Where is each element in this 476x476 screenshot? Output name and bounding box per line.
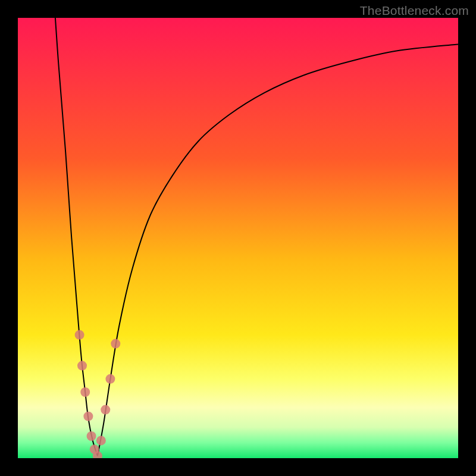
data-marker — [87, 431, 96, 441]
data-marker — [77, 361, 87, 371]
data-marker — [105, 374, 115, 384]
chart-plot-area — [18, 18, 458, 458]
data-marker — [80, 387, 90, 397]
marker-group — [75, 330, 121, 458]
data-marker — [75, 330, 84, 340]
chart-frame: TheBottleneck.com — [0, 0, 476, 476]
left-branch-curve — [55, 18, 98, 456]
watermark-text: TheBottleneck.com — [360, 4, 469, 18]
right-branch-curve — [98, 44, 458, 456]
data-marker — [111, 339, 120, 349]
chart-curves — [18, 18, 458, 458]
data-marker — [101, 405, 110, 415]
data-marker — [96, 436, 106, 445]
data-marker — [83, 412, 93, 421]
